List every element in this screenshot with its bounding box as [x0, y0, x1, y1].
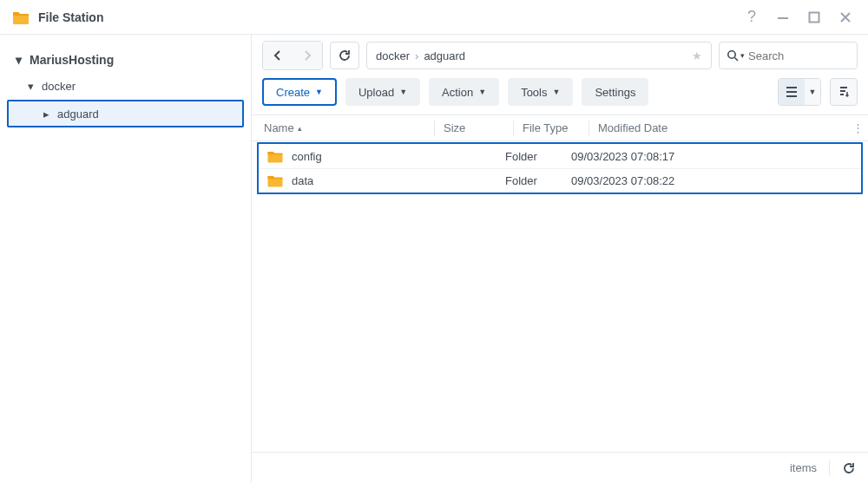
file-modified: 09/03/2023 07:08:17 — [571, 150, 861, 163]
table-header: Name ▴ Size File Type Modified Date ⋮ — [252, 115, 868, 141]
column-label: Name — [264, 121, 294, 134]
tools-button[interactable]: Tools ▼ — [508, 78, 573, 106]
table-row[interactable]: config Folder 09/03/2023 07:08:17 — [259, 144, 861, 168]
column-header-size[interactable]: Size — [444, 121, 513, 134]
column-header-name[interactable]: Name ▴ — [252, 121, 434, 134]
button-label: Settings — [595, 86, 635, 99]
search-input[interactable] — [746, 49, 850, 63]
caret-down-icon: ▼ — [399, 88, 407, 96]
app-folder-icon — [12, 9, 30, 26]
column-header-filetype[interactable]: File Type — [523, 121, 589, 134]
svg-point-2 — [728, 51, 735, 58]
file-name: data — [292, 174, 313, 187]
chevron-right-icon: › — [415, 49, 418, 62]
chevron-down-icon: ▾ — [16, 53, 24, 67]
tree-item-adguard[interactable]: ▸ adguard — [7, 100, 244, 127]
button-label: Tools — [521, 86, 547, 99]
status-items-label: items — [790, 461, 817, 474]
refresh-button[interactable] — [330, 42, 359, 69]
column-label: Size — [444, 121, 465, 134]
minimize-icon[interactable] — [773, 7, 793, 28]
button-label: Upload — [358, 86, 394, 99]
column-options-icon[interactable]: ⋮ — [847, 121, 868, 134]
file-type: Folder — [505, 150, 571, 163]
svg-rect-0 — [778, 17, 788, 19]
file-type: Folder — [505, 174, 571, 187]
app-title: File Station — [38, 10, 103, 24]
button-label: Action — [442, 86, 473, 99]
status-refresh-button[interactable] — [842, 461, 856, 475]
breadcrumb-segment[interactable]: adguard — [424, 49, 465, 62]
create-button[interactable]: Create ▼ — [262, 78, 337, 106]
column-label: Modified Date — [598, 121, 667, 134]
caret-down-icon: ▼ — [315, 88, 323, 96]
upload-button[interactable]: Upload ▼ — [345, 78, 420, 106]
action-button[interactable]: Action ▼ — [429, 78, 499, 106]
caret-down-icon: ▼ — [553, 88, 561, 96]
search-icon — [727, 49, 739, 62]
settings-button[interactable]: Settings — [582, 78, 648, 106]
tree-item-label: adguard — [57, 108, 99, 121]
file-table: Name ▴ Size File Type Modified Date ⋮ — [252, 114, 868, 452]
dropdown-caret-icon[interactable]: ▾ — [740, 51, 745, 60]
tree-item-docker[interactable]: ▾ docker — [0, 73, 251, 99]
search-box[interactable]: ▾ — [719, 42, 858, 69]
nav-back-forward-group — [262, 41, 323, 70]
navigation-toolbar: docker › adguard ★ ▾ — [252, 35, 868, 76]
nav-back-button[interactable] — [263, 42, 293, 69]
help-icon[interactable]: ? — [741, 7, 762, 28]
breadcrumb-segment[interactable]: docker — [376, 49, 410, 62]
tree-root-label: MariusHosting — [30, 53, 114, 67]
view-mode-dropdown[interactable]: ▼ — [805, 79, 820, 105]
table-row[interactable]: data Folder 09/03/2023 07:08:22 — [259, 168, 861, 193]
tree-item-label: docker — [42, 80, 76, 93]
list-view-button[interactable] — [779, 79, 805, 105]
chevron-down-icon: ▾ — [28, 80, 36, 93]
chevron-right-icon: ▸ — [43, 108, 52, 121]
sort-asc-icon: ▴ — [298, 124, 302, 133]
main-panel: docker › adguard ★ ▾ Create ▼ Upload ▼ — [252, 35, 868, 483]
caret-down-icon: ▼ — [809, 88, 817, 96]
favorite-star-icon[interactable]: ★ — [692, 49, 702, 62]
view-mode-group: ▼ — [778, 78, 821, 106]
folder-icon — [267, 174, 283, 187]
breadcrumb[interactable]: docker › adguard ★ — [366, 42, 712, 69]
folder-icon — [267, 150, 283, 163]
sidebar: ▾ MariusHosting ▾ docker ▸ adguard — [0, 35, 252, 483]
tree-root[interactable]: ▾ MariusHosting — [0, 47, 251, 73]
file-modified: 09/03/2023 07:08:22 — [571, 174, 861, 187]
column-header-modified[interactable]: Modified Date — [598, 121, 847, 134]
close-icon[interactable] — [835, 7, 856, 28]
nav-forward-button[interactable] — [293, 42, 322, 69]
titlebar: File Station ? — [0, 0, 868, 35]
action-toolbar: Create ▼ Upload ▼ Action ▼ Tools ▼ Setti… — [252, 76, 868, 114]
maximize-icon[interactable] — [804, 7, 825, 28]
svg-rect-1 — [810, 12, 819, 22]
file-name: config — [292, 150, 322, 163]
column-label: File Type — [523, 121, 569, 134]
status-bar: items — [252, 452, 868, 483]
sort-button[interactable] — [830, 78, 858, 106]
file-rows-highlight: config Folder 09/03/2023 07:08:17 data F… — [257, 142, 863, 194]
button-label: Create — [276, 86, 310, 99]
caret-down-icon: ▼ — [478, 88, 486, 96]
